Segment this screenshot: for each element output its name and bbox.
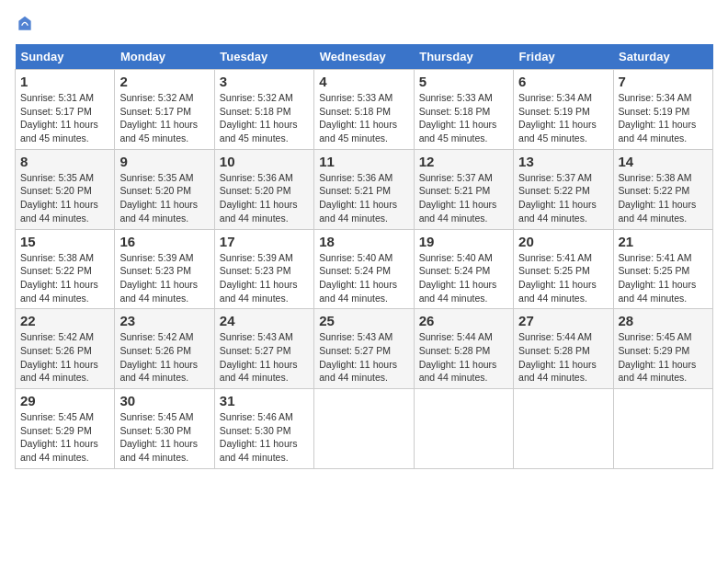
day-number: 15 <box>20 234 109 249</box>
calendar-cell: 26 Sunrise: 5:44 AMSunset: 5:28 PMDaylig… <box>414 309 513 389</box>
day-number: 19 <box>419 234 508 249</box>
calendar-cell: 5 Sunrise: 5:33 AMSunset: 5:18 PMDayligh… <box>414 70 513 150</box>
calendar-week-5: 29 Sunrise: 5:45 AMSunset: 5:29 PMDaylig… <box>16 389 713 469</box>
calendar-table: Sunday Monday Tuesday Wednesday Thursday… <box>15 44 713 469</box>
day-info: Sunrise: 5:38 AMSunset: 5:22 PMDaylight:… <box>20 251 109 305</box>
calendar-cell: 25 Sunrise: 5:43 AMSunset: 5:27 PMDaylig… <box>314 309 414 389</box>
calendar-cell: 17 Sunrise: 5:39 AMSunset: 5:23 PMDaylig… <box>214 229 313 309</box>
day-number: 5 <box>419 74 508 89</box>
calendar-cell: 16 Sunrise: 5:39 AMSunset: 5:23 PMDaylig… <box>115 229 214 309</box>
calendar-cell: 31 Sunrise: 5:46 AMSunset: 5:30 PMDaylig… <box>214 389 313 469</box>
day-info: Sunrise: 5:32 AMSunset: 5:17 PMDaylight:… <box>119 91 209 145</box>
day-number: 12 <box>419 154 508 169</box>
page-header <box>15 15 713 33</box>
day-number: 4 <box>319 74 408 89</box>
col-wednesday: Wednesday <box>314 44 414 70</box>
day-number: 9 <box>119 154 209 169</box>
calendar-cell <box>314 389 414 469</box>
calendar-cell: 13 Sunrise: 5:37 AMSunset: 5:22 PMDaylig… <box>514 149 613 229</box>
day-info: Sunrise: 5:35 AMSunset: 5:20 PMDaylight:… <box>20 171 109 225</box>
day-number: 1 <box>20 74 109 89</box>
calendar-cell: 1 Sunrise: 5:31 AMSunset: 5:17 PMDayligh… <box>16 70 115 150</box>
calendar-week-2: 8 Sunrise: 5:35 AMSunset: 5:20 PMDayligh… <box>16 149 713 229</box>
day-info: Sunrise: 5:39 AMSunset: 5:23 PMDaylight:… <box>119 251 209 305</box>
day-info: Sunrise: 5:40 AMSunset: 5:24 PMDaylight:… <box>319 251 408 305</box>
day-info: Sunrise: 5:37 AMSunset: 5:22 PMDaylight:… <box>518 171 608 225</box>
day-number: 14 <box>619 154 708 169</box>
calendar-cell: 18 Sunrise: 5:40 AMSunset: 5:24 PMDaylig… <box>314 229 414 309</box>
calendar-cell: 11 Sunrise: 5:36 AMSunset: 5:21 PMDaylig… <box>314 149 414 229</box>
day-number: 7 <box>619 74 708 89</box>
calendar-cell: 3 Sunrise: 5:32 AMSunset: 5:18 PMDayligh… <box>214 70 313 150</box>
day-number: 3 <box>220 74 309 89</box>
day-info: Sunrise: 5:36 AMSunset: 5:21 PMDaylight:… <box>319 171 408 225</box>
day-info: Sunrise: 5:34 AMSunset: 5:19 PMDaylight:… <box>518 91 608 145</box>
day-number: 11 <box>319 154 408 169</box>
day-number: 23 <box>119 313 209 328</box>
day-info: Sunrise: 5:44 AMSunset: 5:28 PMDaylight:… <box>518 330 608 385</box>
calendar-cell: 21 Sunrise: 5:41 AMSunset: 5:25 PMDaylig… <box>613 229 712 309</box>
day-number: 16 <box>119 234 209 249</box>
day-info: Sunrise: 5:39 AMSunset: 5:23 PMDaylight:… <box>220 251 309 305</box>
day-number: 30 <box>119 393 209 408</box>
calendar-cell <box>514 389 613 469</box>
calendar-cell: 14 Sunrise: 5:38 AMSunset: 5:22 PMDaylig… <box>613 149 712 229</box>
day-info: Sunrise: 5:32 AMSunset: 5:18 PMDaylight:… <box>220 91 309 145</box>
day-number: 24 <box>220 313 309 328</box>
day-info: Sunrise: 5:44 AMSunset: 5:28 PMDaylight:… <box>419 330 508 385</box>
calendar-cell: 8 Sunrise: 5:35 AMSunset: 5:20 PMDayligh… <box>16 149 115 229</box>
day-info: Sunrise: 5:36 AMSunset: 5:20 PMDaylight:… <box>220 171 309 225</box>
col-tuesday: Tuesday <box>214 44 313 70</box>
day-info: Sunrise: 5:34 AMSunset: 5:19 PMDaylight:… <box>619 91 708 145</box>
calendar-cell: 20 Sunrise: 5:41 AMSunset: 5:25 PMDaylig… <box>514 229 613 309</box>
calendar-week-1: 1 Sunrise: 5:31 AMSunset: 5:17 PMDayligh… <box>16 70 713 150</box>
day-number: 10 <box>220 154 309 169</box>
calendar-week-4: 22 Sunrise: 5:42 AMSunset: 5:26 PMDaylig… <box>16 309 713 389</box>
day-info: Sunrise: 5:33 AMSunset: 5:18 PMDaylight:… <box>419 91 508 145</box>
calendar-cell: 30 Sunrise: 5:45 AMSunset: 5:30 PMDaylig… <box>115 389 214 469</box>
calendar-cell: 2 Sunrise: 5:32 AMSunset: 5:17 PMDayligh… <box>115 70 214 150</box>
day-number: 13 <box>518 154 608 169</box>
header-row: Sunday Monday Tuesday Wednesday Thursday… <box>16 44 713 70</box>
day-number: 28 <box>619 313 708 328</box>
calendar-cell: 24 Sunrise: 5:43 AMSunset: 5:27 PMDaylig… <box>214 309 313 389</box>
day-info: Sunrise: 5:41 AMSunset: 5:25 PMDaylight:… <box>619 251 708 305</box>
day-number: 25 <box>319 313 408 328</box>
day-number: 6 <box>518 74 608 89</box>
calendar-cell: 7 Sunrise: 5:34 AMSunset: 5:19 PMDayligh… <box>613 70 712 150</box>
day-info: Sunrise: 5:41 AMSunset: 5:25 PMDaylight:… <box>518 251 608 305</box>
day-number: 8 <box>20 154 109 169</box>
calendar-cell: 19 Sunrise: 5:40 AMSunset: 5:24 PMDaylig… <box>414 229 513 309</box>
day-number: 17 <box>220 234 309 249</box>
calendar-cell: 22 Sunrise: 5:42 AMSunset: 5:26 PMDaylig… <box>16 309 115 389</box>
day-info: Sunrise: 5:40 AMSunset: 5:24 PMDaylight:… <box>419 251 508 305</box>
calendar-cell: 9 Sunrise: 5:35 AMSunset: 5:20 PMDayligh… <box>115 149 214 229</box>
day-number: 27 <box>518 313 608 328</box>
calendar-cell <box>414 389 513 469</box>
day-info: Sunrise: 5:45 AMSunset: 5:30 PMDaylight:… <box>119 410 209 465</box>
col-saturday: Saturday <box>613 44 712 70</box>
day-info: Sunrise: 5:31 AMSunset: 5:17 PMDaylight:… <box>20 91 109 145</box>
calendar-cell: 6 Sunrise: 5:34 AMSunset: 5:19 PMDayligh… <box>514 70 613 150</box>
col-friday: Friday <box>514 44 613 70</box>
day-info: Sunrise: 5:42 AMSunset: 5:26 PMDaylight:… <box>20 330 109 385</box>
logo <box>15 15 35 33</box>
day-number: 22 <box>20 313 109 328</box>
calendar-cell: 29 Sunrise: 5:45 AMSunset: 5:29 PMDaylig… <box>16 389 115 469</box>
day-info: Sunrise: 5:45 AMSunset: 5:29 PMDaylight:… <box>20 410 109 465</box>
calendar-cell: 12 Sunrise: 5:37 AMSunset: 5:21 PMDaylig… <box>414 149 513 229</box>
col-monday: Monday <box>115 44 214 70</box>
day-number: 18 <box>319 234 408 249</box>
calendar-cell: 4 Sunrise: 5:33 AMSunset: 5:18 PMDayligh… <box>314 70 414 150</box>
calendar-cell: 10 Sunrise: 5:36 AMSunset: 5:20 PMDaylig… <box>214 149 313 229</box>
day-number: 2 <box>119 74 209 89</box>
day-info: Sunrise: 5:45 AMSunset: 5:29 PMDaylight:… <box>619 330 708 385</box>
calendar-cell: 27 Sunrise: 5:44 AMSunset: 5:28 PMDaylig… <box>514 309 613 389</box>
calendar-cell <box>613 389 712 469</box>
col-thursday: Thursday <box>414 44 513 70</box>
day-number: 26 <box>419 313 508 328</box>
day-number: 21 <box>619 234 708 249</box>
day-number: 31 <box>220 393 309 408</box>
day-number: 20 <box>518 234 608 249</box>
day-info: Sunrise: 5:42 AMSunset: 5:26 PMDaylight:… <box>119 330 209 385</box>
